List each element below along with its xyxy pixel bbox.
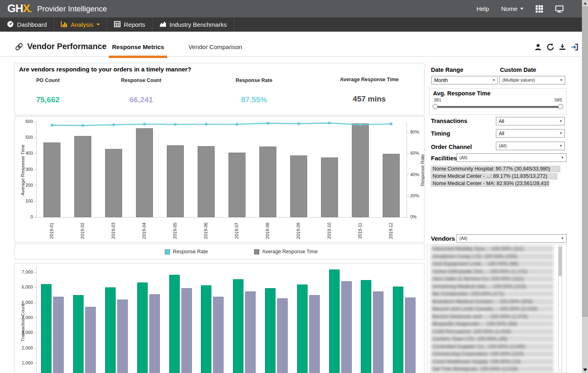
avg-response-time-slider[interactable] [435,106,561,108]
bar-response-count-2019-09[interactable] [309,295,320,373]
help-link[interactable]: Help [476,5,489,12]
slider-handle-min[interactable] [433,104,438,109]
legend-item-response-rate[interactable]: Response Rate [165,249,208,254]
bar-po-count-2019-08[interactable] [265,288,276,373]
link-icon[interactable] [15,42,24,51]
refresh-icon[interactable] [546,43,554,51]
bar-po-count-2019-10[interactable] [329,270,340,373]
bar-po-count-2019-04[interactable] [137,282,148,373]
nav-item-analysis[interactable]: Analysis [54,17,107,32]
facilities-select[interactable]: (All) [457,153,566,162]
tab-vendor-comparison[interactable]: Vendor Comparison [185,43,246,58]
line-point-2019-11[interactable] [359,123,362,126]
vendor-row-7[interactable]: Brandson Medical Compor...: 100.00% (203… [431,298,554,305]
vendor-row-16[interactable]: Del Tran Biologicals: 100.00% (1,019) [431,366,554,372]
vendor-row-0[interactable]: Advorned Mobility Syst...: 100.00% (111) [431,246,554,252]
user-icon[interactable] [534,43,542,51]
user-menu[interactable]: Nome [501,5,523,12]
bar-po-count-2019-01[interactable] [41,284,52,373]
bar-response-count-2019-01[interactable] [53,297,64,373]
bar-response-count-2019-12[interactable] [405,298,416,373]
legend-item-average-response-time[interactable]: Average Response Time [254,249,318,254]
vendor-row-14[interactable]: Chroniculog Corporation: 100.00% (210) [431,351,554,357]
line-point-2019-10[interactable] [328,122,331,125]
scroll-down-icon[interactable] [582,367,588,373]
nav-item-reports[interactable]: Reports [107,17,153,32]
vendor-row-8[interactable]: Bausch and Lomb Canada...: 100.00% (2,01… [431,306,554,312]
app-grid-icon[interactable] [536,5,543,13]
timing-select[interactable]: All [496,129,565,138]
x-axis-label-2019-03: 2019-03 [111,219,116,243]
monitor-icon[interactable] [555,5,564,13]
vendor-row-3[interactable]: Active Orthopedic Dist...: 100.00% (1,17… [431,268,554,275]
vendors-select[interactable]: (All) [457,234,566,243]
date-range-label: Date Range [431,67,463,73]
slider-handle-max[interactable] [558,104,563,109]
y-axis-tick-mark [34,348,36,349]
date-range-select[interactable]: Month [431,76,498,84]
bar-po-count-2019-02[interactable] [73,295,84,373]
facilities-label: Facilities [431,155,457,162]
vendor-row-1[interactable]: Amalthorn Comp LTD: 100.00% (205) [431,253,554,260]
bar-response-count-2019-07[interactable] [245,291,256,373]
bar-response-count-2019-02[interactable] [85,307,96,373]
line-point-2019-01[interactable] [51,124,54,127]
vendor-row-9[interactable]: Becton Dickinson and ...: 100.00% (1,073… [431,313,554,320]
bar-po-count-2019-12[interactable] [393,287,403,373]
line-point-2019-08[interactable] [267,122,269,125]
line-point-2019-03[interactable] [112,123,115,126]
line-point-2019-06[interactable] [205,123,208,126]
y-axis-tick-mark [407,217,409,218]
page-scrollbar-thumb[interactable] [582,6,588,317]
tab-response-metrics[interactable]: Response Metrics [109,43,167,58]
sign-out-icon[interactable] [571,43,579,51]
scroll-up-icon[interactable] [582,0,588,6]
bar-response-count-2019-10[interactable] [341,281,352,373]
line-point-2019-04[interactable] [143,123,146,125]
facility-row-1[interactable]: Nome Medical Center - ...: 89.17% (11,83… [431,173,558,179]
bar-response-count-2019-06[interactable] [213,297,224,373]
bar-response-count-2019-05[interactable] [181,288,192,373]
nav-item-dashboard[interactable]: Dashboard [0,17,54,32]
nav-item-industry-benchmarks[interactable]: Industry Benchmarks [153,17,234,32]
vendor-row-15[interactable]: Crest Healthcare Supply: 100.00% (23) [431,358,554,365]
line-point-2019-07[interactable] [236,123,239,126]
page-scrollbar[interactable] [582,0,588,373]
vendor-row-4[interactable]: Akro Sales & Service Co: 100.00% (311) [431,276,554,282]
custom-date-select[interactable]: (Multiple values) [500,76,565,84]
y-axis-tick-label-left: 600 [15,119,33,124]
line-point-2019-02[interactable] [82,124,84,127]
bar-response-count-2019-08[interactable] [277,298,288,373]
facility-row-2[interactable]: Nome Medical Center - MA: 82.93% (23,561… [431,180,549,187]
bar-po-count-2019-06[interactable] [201,285,211,373]
bar-po-count-2019-07[interactable] [233,279,243,373]
vendor-row-11[interactable]: CAM Persuasion: 100.00% (1,019) [431,328,554,335]
order-channel-select[interactable]: (All) [496,142,565,150]
vendors-scrollbar-thumb[interactable] [559,247,562,276]
bar-po-count-2019-03[interactable] [105,287,116,373]
line-point-2019-12[interactable] [390,123,393,125]
vendor-row-12[interactable]: Canters Town LTD: 100.00% (45) [431,336,554,342]
vendors-scrollbar[interactable] [558,246,562,371]
transactions-select[interactable]: All [496,117,565,125]
vendor-row-5[interactable]: Armstrong Medical Inds...: 100.00% (215) [431,283,554,290]
dashboard-icon [7,21,14,29]
y-axis-tick-label-left: 100 [15,198,33,203]
bar-response-count-2019-03[interactable] [117,300,128,373]
ghx-logo[interactable]: GHX [7,2,32,15]
vendor-row-10[interactable]: Biopacific Diagnostic...: 100.00% (93) [431,321,554,327]
download-icon[interactable] [558,43,566,51]
bar-response-count-2019-11[interactable] [373,291,383,373]
line-point-2019-05[interactable] [174,123,177,126]
vendor-row-6[interactable]: Bio Composites: 100.00% (171) [431,291,554,297]
bar-po-count-2019-05[interactable] [169,275,180,373]
line-point-2019-09[interactable] [297,122,300,125]
facility-row-0[interactable]: Nome Community Hospital: 90.77% (30,845/… [431,166,560,172]
bar-po-count-2019-09[interactable] [297,285,308,373]
bar-response-count-2019-04[interactable] [149,294,160,373]
bar-po-count-2019-11[interactable] [361,280,371,373]
vendor-row-2[interactable]: Axel Equipment Lmtd...: 100.00% (89) [431,261,554,267]
kpi-question: Are vendors responding to your orders in… [19,66,191,73]
vendor-row-13[interactable]: Controlled Supplier Co.: 100.00% (2,045) [431,343,554,350]
y-axis-tick-label-right: 40% [410,172,419,177]
